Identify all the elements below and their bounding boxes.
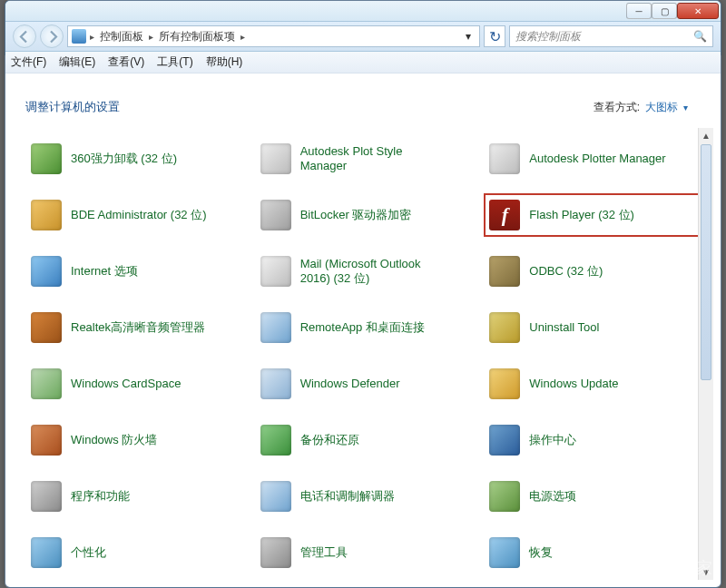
item-grid: 360强力卸载 (32 位)Autodesk Plot Style Manage… <box>13 128 713 580</box>
item-internet-options[interactable]: Internet 选项 <box>25 250 251 293</box>
item-cardspace[interactable]: Windows CardSpace <box>25 362 251 406</box>
item-uninstall-tool[interactable]: Uninstall Tool <box>484 306 710 349</box>
item-admin-tools[interactable]: 管理工具 <box>255 531 481 574</box>
back-icon <box>18 30 32 44</box>
item-bde-admin-icon <box>31 200 62 230</box>
item-internet-options-label: Internet 选项 <box>71 264 138 279</box>
item-action-center-icon <box>489 425 520 456</box>
item-programs-features-label: 程序和功能 <box>71 489 130 504</box>
item-realtek-audio-icon <box>31 312 62 343</box>
menu-edit[interactable]: 编辑(E) <box>59 54 95 70</box>
control-panel-icon <box>72 29 86 44</box>
item-programs-features-icon <box>31 481 62 512</box>
item-flash-player[interactable]: fFlash Player (32 位) <box>484 193 710 237</box>
address-bar[interactable]: ▸ 控制面板 ▸ 所有控制面板项 ▸ ▾ <box>67 25 480 47</box>
item-mail-outlook-label: Mail (Microsoft Outlook 2016) (32 位) <box>300 257 446 287</box>
scroll-down-icon[interactable]: ▼ <box>699 564 713 580</box>
view-by-value[interactable]: 大图标 <box>645 100 678 115</box>
item-personalization[interactable]: 个性化 <box>25 531 251 574</box>
item-flash-player-label: Flash Player (32 位) <box>529 208 634 222</box>
item-uninstall-tool-label: Uninstall Tool <box>529 320 599 335</box>
scrollbar[interactable]: ▲ ▼ <box>698 128 713 580</box>
item-bitlocker-icon <box>260 200 291 230</box>
item-backup-restore-label: 备份和还原 <box>300 433 359 447</box>
item-odbc[interactable]: ODBC (32 位) <box>484 250 710 293</box>
item-defender-label: Windows Defender <box>300 377 400 391</box>
navbar: ▸ 控制面板 ▸ 所有控制面板项 ▸ ▾ ↻ 搜索控制面板 🔍 <box>5 21 721 52</box>
item-backup-restore[interactable]: 备份和还原 <box>255 418 481 462</box>
back-button[interactable] <box>13 24 36 48</box>
forward-button[interactable] <box>40 24 64 48</box>
chevron-right-icon: ▸ <box>88 32 96 42</box>
item-cardspace-label: Windows CardSpace <box>71 377 181 391</box>
page-header: 调整计算机的设置 查看方式: 大图标 ▾ <box>5 74 721 126</box>
item-phone-modem-icon <box>260 481 291 512</box>
item-power-options[interactable]: 电源选项 <box>484 475 710 518</box>
item-windows-update-icon <box>489 368 520 399</box>
item-admin-tools-label: 管理工具 <box>300 545 348 560</box>
item-power-options-label: 电源选项 <box>529 489 576 504</box>
item-firewall-label: Windows 防火墙 <box>71 433 157 447</box>
item-personalization-label: 个性化 <box>71 545 106 560</box>
scrollbar-thumb[interactable] <box>701 144 711 380</box>
chevron-right-icon: ▸ <box>147 32 155 42</box>
titlebar: ─ ▢ ✕ <box>5 1 721 21</box>
menu-file[interactable]: 文件(F) <box>11 54 46 70</box>
chevron-down-icon[interactable]: ▾ <box>683 103 688 113</box>
breadcrumb-seg-0[interactable]: 控制面板 <box>96 29 147 44</box>
item-defender[interactable]: Windows Defender <box>255 362 481 406</box>
item-360-uninstall-label: 360强力卸载 (32 位) <box>71 152 177 166</box>
refresh-button[interactable]: ↻ <box>484 25 505 47</box>
menu-view[interactable]: 查看(V) <box>108 54 144 70</box>
menu-help[interactable]: 帮助(H) <box>206 54 243 70</box>
item-mail-outlook[interactable]: Mail (Microsoft Outlook 2016) (32 位) <box>255 250 481 293</box>
item-360-uninstall[interactable]: 360强力卸载 (32 位) <box>25 137 251 181</box>
minimize-button[interactable]: ─ <box>626 3 652 19</box>
minimize-icon: ─ <box>635 6 642 16</box>
item-odbc-icon <box>489 256 520 287</box>
item-flash-player-icon: f <box>489 200 520 230</box>
item-backup-restore-icon <box>260 425 291 456</box>
item-recovery[interactable]: 恢复 <box>484 531 710 574</box>
item-recovery-label: 恢复 <box>529 545 553 560</box>
item-bitlocker-label: BitLocker 驱动器加密 <box>300 208 412 222</box>
item-mail-outlook-icon <box>260 256 291 287</box>
item-autodesk-plot-style-label: Autodesk Plot Style Manager <box>300 144 446 174</box>
item-windows-update[interactable]: Windows Update <box>484 362 710 406</box>
item-bitlocker[interactable]: BitLocker 驱动器加密 <box>255 193 481 237</box>
close-button[interactable]: ✕ <box>677 3 719 19</box>
address-dropdown[interactable]: ▾ <box>461 30 476 43</box>
menu-tools[interactable]: 工具(T) <box>157 54 192 70</box>
item-bde-admin[interactable]: BDE Administrator (32 位) <box>25 193 251 237</box>
menubar: 文件(F) 编辑(E) 查看(V) 工具(T) 帮助(H) <box>5 52 721 74</box>
item-internet-options-icon <box>31 256 62 287</box>
window-frame: ─ ▢ ✕ ▸ 控制面板 ▸ 所有控制面板项 ▸ ▾ ↻ 搜索控制面板 🔍 <box>5 0 721 588</box>
maximize-button[interactable]: ▢ <box>652 3 677 19</box>
item-phone-modem[interactable]: 电话和调制解调器 <box>255 475 481 518</box>
item-autodesk-plotter[interactable]: Autodesk Plotter Manager <box>484 137 710 181</box>
item-programs-features[interactable]: 程序和功能 <box>25 475 251 518</box>
item-remoteapp-icon <box>260 312 291 343</box>
search-input[interactable]: 搜索控制面板 🔍 <box>509 25 713 47</box>
item-bde-admin-label: BDE Administrator (32 位) <box>71 208 207 222</box>
item-autodesk-plot-style[interactable]: Autodesk Plot Style Manager <box>255 137 481 181</box>
item-action-center-label: 操作中心 <box>529 433 576 447</box>
breadcrumb-seg-1[interactable]: 所有控制面板项 <box>155 29 239 44</box>
item-power-options-icon <box>489 481 520 512</box>
maximize-icon: ▢ <box>661 6 669 16</box>
item-autodesk-plotter-icon <box>489 143 520 174</box>
item-firewall[interactable]: Windows 防火墙 <box>25 418 251 462</box>
scroll-up-icon[interactable]: ▲ <box>699 128 713 143</box>
item-realtek-audio[interactable]: Realtek高清晰音频管理器 <box>25 306 251 349</box>
refresh-icon: ↻ <box>489 28 501 45</box>
item-remoteapp[interactable]: RemoteApp 和桌面连接 <box>255 306 481 349</box>
item-personalization-icon <box>31 537 62 568</box>
item-360-uninstall-icon <box>31 143 62 174</box>
item-action-center[interactable]: 操作中心 <box>484 418 710 462</box>
item-cardspace-icon <box>31 368 62 399</box>
item-phone-modem-label: 电话和调制解调器 <box>300 489 395 504</box>
item-defender-icon <box>260 368 291 399</box>
page-title: 调整计算机的设置 <box>25 99 120 115</box>
close-icon: ✕ <box>694 6 701 16</box>
search-icon: 🔍 <box>693 30 707 43</box>
